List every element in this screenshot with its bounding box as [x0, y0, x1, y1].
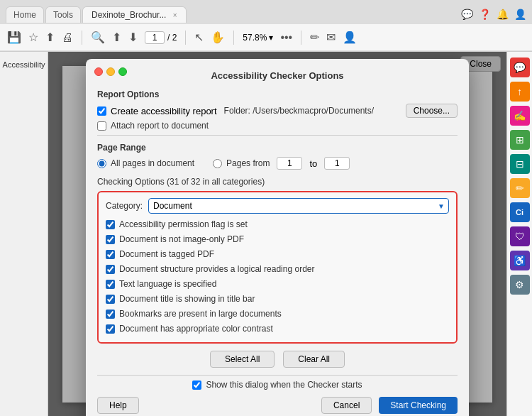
modal-title: Accessibility Checker Options	[97, 70, 458, 81]
page-from-input[interactable]	[277, 157, 302, 170]
list-item: Accessibility permission flag is set	[106, 219, 449, 229]
zoom-value: 57.8%	[243, 33, 267, 43]
print-icon[interactable]: 🖨	[62, 31, 73, 44]
pages-from-radio[interactable]	[213, 159, 222, 168]
checking-options-label: Checking Options (31 of 32 in all catego…	[97, 177, 458, 187]
ci-icon[interactable]: Ci	[510, 202, 530, 222]
save-icon[interactable]: 💾	[7, 31, 21, 44]
share-icon[interactable]: ↑	[510, 82, 530, 102]
traffic-light-close[interactable]	[94, 67, 103, 76]
zoom-control[interactable]: 57.8% ▾	[243, 33, 273, 43]
toolbar-sep-2	[185, 31, 186, 45]
tab-close-icon[interactable]: ×	[173, 11, 177, 19]
comment-icon[interactable]: 💬	[510, 58, 530, 77]
start-checking-button[interactable]: Start Checking	[379, 397, 458, 414]
help-button[interactable]: Help	[97, 397, 139, 414]
organize-icon[interactable]: ⊟	[510, 154, 530, 174]
fill-sign-icon[interactable]: ✍	[510, 106, 530, 126]
checkbox-reading-order[interactable]	[106, 265, 115, 274]
attach-report-checkbox[interactable]	[97, 121, 106, 131]
checkbox-permission[interactable]	[106, 220, 115, 229]
page-to-input[interactable]	[324, 157, 350, 170]
checkbox-title[interactable]	[106, 295, 115, 304]
attach-report-label: Attach report to document	[111, 121, 209, 131]
hand-icon[interactable]: ✋	[211, 31, 225, 44]
email-icon[interactable]: ✉	[326, 31, 336, 44]
zoom-dropdown-icon[interactable]: ▾	[269, 33, 273, 43]
clear-all-button[interactable]: Clear All	[283, 351, 345, 368]
tab-tools[interactable]: Tools	[45, 6, 81, 23]
annotate-icon[interactable]: ✏	[310, 31, 319, 44]
traffic-light-minimize[interactable]	[106, 67, 115, 76]
checkbox-bookmarks[interactable]	[106, 310, 115, 319]
category-section: Category: Document Page Content Forms Al…	[97, 191, 458, 344]
chat-icon[interactable]: 💬	[461, 9, 473, 20]
traffic-light-maximize[interactable]	[118, 67, 127, 76]
checkbox-language-label: Text language is specified	[119, 279, 216, 289]
create-report-row: Create accessibility report Folder: /Use…	[97, 104, 458, 118]
toolbar: 💾 ☆ ⬆ 🖨 🔍 ⬆ ⬇ / 2 ↖ ✋ 57.8% ▾ ••• ✏ ✉ 👤	[0, 24, 532, 51]
select-icon[interactable]: ↖	[194, 31, 204, 44]
protect-icon[interactable]: 🛡	[510, 226, 530, 246]
checkbox-tagged[interactable]	[106, 250, 115, 259]
prev-page-icon[interactable]: ⬆	[112, 31, 121, 44]
list-item: Text language is specified	[106, 279, 449, 289]
checkbox-language[interactable]	[106, 280, 115, 289]
upload-icon[interactable]: ⬆	[45, 31, 55, 44]
accessibility-icon[interactable]: ♿	[510, 251, 530, 270]
help-icon[interactable]: ❓	[479, 9, 491, 20]
all-pages-radio-row[interactable]: All pages in document	[97, 158, 194, 168]
left-panel: Accessibility	[0, 52, 48, 416]
all-pages-radio[interactable]	[97, 159, 106, 168]
divider-2	[97, 375, 458, 376]
divider-1	[97, 135, 458, 136]
tab-active[interactable]: Dexinote_Brochur... ×	[82, 6, 187, 23]
list-item: Document has appropriate color contrast	[106, 324, 449, 334]
choose-button[interactable]: Choose...	[406, 104, 458, 118]
folder-path: Folder: /Users/beckmacpro/Documents/	[224, 106, 374, 116]
avatar-icon[interactable]: 👤	[514, 9, 526, 20]
category-row: Category: Document Page Content Forms Al…	[106, 198, 449, 214]
checkbox-bookmarks-label: Bookmarks are present in large documents	[119, 309, 282, 319]
page-number-input[interactable]	[145, 31, 165, 44]
checkbox-permission-label: Accessibility permission flag is set	[119, 219, 248, 229]
footer-buttons: Help Cancel Start Checking	[97, 397, 458, 414]
create-report-checkbox[interactable]	[97, 106, 106, 116]
browser-chrome: Home Tools Dexinote_Brochur... × 💬 ❓ 🔔 👤…	[0, 0, 532, 52]
checkbox-color-contrast[interactable]	[106, 324, 115, 334]
tab-icons: 💬 ❓ 🔔 👤	[461, 9, 526, 20]
tab-home[interactable]: Home	[6, 6, 44, 23]
pages-from-radio-row[interactable]: Pages from	[213, 158, 270, 168]
tools-settings-icon[interactable]: ⚙	[510, 275, 530, 295]
page-to-label: to	[309, 158, 317, 169]
page-separator: / 2	[167, 33, 177, 43]
action-buttons-row: Select All Clear All	[97, 351, 458, 368]
accessibility-checker-modal: Accessibility Checker Options Report Opt…	[86, 59, 469, 416]
cancel-button[interactable]: Cancel	[321, 397, 372, 414]
pages-from-label: Pages from	[226, 158, 270, 168]
create-report-label: Create accessibility report	[111, 106, 217, 116]
main-area: Accessibility Close Accessibility Checke…	[0, 52, 532, 416]
more-options-icon[interactable]: •••	[280, 31, 292, 44]
pdf-area: Close Accessibility Checker Options Repo…	[48, 52, 506, 416]
show-dialog-label: Show this dialog when the Checker starts	[206, 380, 362, 390]
select-all-button[interactable]: Select All	[210, 351, 275, 368]
checkbox-not-image[interactable]	[106, 235, 115, 244]
share2-icon[interactable]: 👤	[343, 31, 357, 44]
next-page-icon[interactable]: ⬇	[128, 31, 138, 44]
show-dialog-checkbox[interactable]	[192, 381, 201, 390]
page-nav: / 2	[145, 31, 177, 44]
checkbox-title-label: Document title is showing in title bar	[119, 294, 255, 304]
page-range-title: Page Range	[97, 143, 458, 153]
category-select[interactable]: Document Page Content Forms Alternate Te…	[148, 198, 449, 214]
notifications-icon[interactable]: 🔔	[497, 9, 509, 20]
zoom-out-icon[interactable]: 🔍	[91, 31, 105, 44]
bookmark-icon[interactable]: ☆	[28, 31, 38, 44]
edit-icon[interactable]: ✏	[510, 178, 530, 198]
show-dialog-row: Show this dialog when the Checker starts	[97, 380, 458, 390]
list-item: Document structure provides a logical re…	[106, 264, 449, 274]
traffic-lights	[94, 67, 127, 76]
export-icon[interactable]: ⊞	[510, 130, 530, 150]
list-item: Document is not image-only PDF	[106, 234, 449, 244]
checkbox-not-image-label: Document is not image-only PDF	[119, 234, 244, 244]
